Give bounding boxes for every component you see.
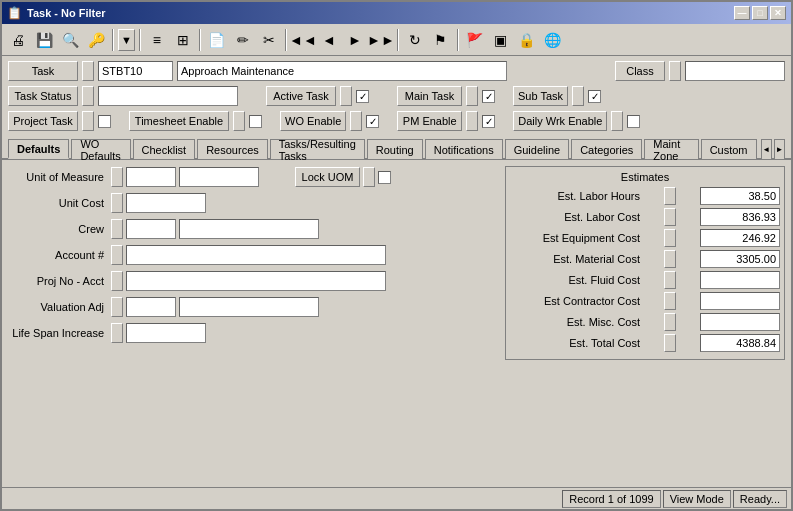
right-panel: Estimates Est. Labor Hours Est. Labor Co… (505, 166, 785, 481)
est-labor-cost-row: Est. Labor Cost (510, 208, 780, 226)
delete-button[interactable]: ✂ (257, 28, 281, 52)
project-task-checkbox[interactable] (98, 115, 111, 128)
uom-row: Unit of Measure Lock UOM (8, 166, 495, 188)
globe-button[interactable]: 🌐 (541, 28, 565, 52)
est-labor-cost-label: Est. Labor Cost (510, 211, 640, 223)
search-button[interactable]: 🔍 (58, 28, 82, 52)
tab-guideline[interactable]: Guideline (505, 139, 569, 159)
wo-enable-checkbox[interactable]: ✓ (366, 115, 379, 128)
edit-button[interactable]: ✏ (231, 28, 255, 52)
lock-button[interactable]: 🔒 (515, 28, 539, 52)
nav-prev-button[interactable]: ◄ (317, 28, 341, 52)
est-total-cost-row: Est. Total Cost (510, 334, 780, 352)
key-button[interactable]: 🔑 (84, 28, 108, 52)
wo-enable-indicator (350, 111, 362, 131)
valuation-adj-input2[interactable] (179, 297, 319, 317)
est-fluid-cost-input[interactable] (700, 271, 780, 289)
est-total-cost-indicator (664, 334, 676, 352)
pm-enable-checkbox[interactable]: ✓ (482, 115, 495, 128)
est-contractor-cost-input[interactable] (700, 292, 780, 310)
tab-routing[interactable]: Routing (367, 139, 423, 159)
sub-task-checkbox[interactable]: ✓ (588, 90, 601, 103)
valuation-adj-indicator (111, 297, 123, 317)
daily-wrk-indicator (611, 111, 623, 131)
tab-maint-zone[interactable]: Maint Zone (644, 139, 698, 159)
daily-wrk-checkbox[interactable] (627, 115, 640, 128)
est-total-cost-label: Est. Total Cost (510, 337, 640, 349)
unit-cost-input[interactable] (126, 193, 206, 213)
life-span-input[interactable] (126, 323, 206, 343)
est-labor-cost-input[interactable] (700, 208, 780, 226)
sub-task-label: Sub Task (513, 86, 568, 106)
main-task-label: Main Task (397, 86, 462, 106)
tab-checklist[interactable]: Checklist (133, 139, 196, 159)
nav-last-button[interactable]: ►► (369, 28, 393, 52)
account-input[interactable] (126, 245, 386, 265)
list-button[interactable]: ≡ (145, 28, 169, 52)
nav-next-button[interactable]: ► (343, 28, 367, 52)
est-equipment-cost-indicator (664, 229, 676, 247)
title-bar: 📋 Task - No Filter — □ ✕ (2, 2, 791, 24)
est-labor-hours-input[interactable] (700, 187, 780, 205)
minimize-button[interactable]: — (734, 6, 750, 20)
filter-dropdown[interactable]: ▼ (118, 29, 135, 51)
uom-input1[interactable] (126, 167, 176, 187)
timesheet-enable-checkbox[interactable] (249, 115, 262, 128)
tab-custom[interactable]: Custom (701, 139, 757, 159)
tab-defaults[interactable]: Defaults (8, 139, 69, 159)
est-material-cost-input[interactable] (700, 250, 780, 268)
tab-resources[interactable]: Resources (197, 139, 268, 159)
nav-first-button[interactable]: ◄◄ (291, 28, 315, 52)
class-input[interactable] (685, 61, 785, 81)
unit-cost-indicator (111, 193, 123, 213)
tab-wo-defaults[interactable]: WO Defaults (71, 139, 130, 159)
task-label: Task (8, 61, 78, 81)
print-button[interactable]: 🖨 (6, 28, 30, 52)
est-fluid-cost-row: Est. Fluid Cost (510, 271, 780, 289)
sep5 (397, 29, 399, 51)
est-equipment-cost-input[interactable] (700, 229, 780, 247)
cube-button[interactable]: ▣ (489, 28, 513, 52)
tab-scroll-right[interactable]: ► (774, 139, 785, 159)
refresh-button[interactable]: ↻ (403, 28, 427, 52)
task-indicator (82, 61, 94, 81)
proj-no-input[interactable] (126, 271, 386, 291)
flag-button[interactable]: ⚑ (429, 28, 453, 52)
pm-enable-label: PM Enable (397, 111, 462, 131)
tab-notifications[interactable]: Notifications (425, 139, 503, 159)
timesheet-enable-indicator (233, 111, 245, 131)
new-button[interactable]: 📄 (205, 28, 229, 52)
valuation-adj-input1[interactable] (126, 297, 176, 317)
crew-input2[interactable] (179, 219, 319, 239)
task-id-input[interactable] (98, 61, 173, 81)
est-total-cost-input[interactable] (700, 334, 780, 352)
est-misc-cost-label: Est. Misc. Cost (510, 316, 640, 328)
task-status-input[interactable] (98, 86, 238, 106)
est-equipment-cost-row: Est Equipment Cost (510, 229, 780, 247)
main-task-checkbox[interactable]: ✓ (482, 90, 495, 103)
task-name-input[interactable] (177, 61, 507, 81)
status-text: Ready... (733, 490, 787, 508)
lock-uom-checkbox[interactable] (378, 171, 391, 184)
est-labor-hours-label: Est. Labor Hours (510, 190, 640, 202)
tab-tasks-resulting[interactable]: Tasks/Resulting Tasks (270, 139, 365, 159)
class-indicator (669, 61, 681, 81)
content-area: Unit of Measure Lock UOM Unit Cost Crew (2, 160, 791, 487)
est-misc-cost-input[interactable] (700, 313, 780, 331)
save-button[interactable]: 💾 (32, 28, 56, 52)
uom-input2[interactable] (179, 167, 259, 187)
grid-button[interactable]: ⊞ (171, 28, 195, 52)
close-button[interactable]: ✕ (770, 6, 786, 20)
project-task-row: Project Task Timesheet Enable WO Enable … (8, 110, 785, 132)
active-task-checkbox[interactable]: ✓ (356, 90, 369, 103)
sep4 (285, 29, 287, 51)
crew-input1[interactable] (126, 219, 176, 239)
est-labor-hours-indicator (664, 187, 676, 205)
red-flag-button[interactable]: 🚩 (463, 28, 487, 52)
tab-scroll-left[interactable]: ◄ (761, 139, 772, 159)
lock-uom-indicator (363, 167, 375, 187)
pm-enable-indicator (466, 111, 478, 131)
estimates-box: Estimates Est. Labor Hours Est. Labor Co… (505, 166, 785, 360)
tab-categories[interactable]: Categories (571, 139, 642, 159)
maximize-button[interactable]: □ (752, 6, 768, 20)
